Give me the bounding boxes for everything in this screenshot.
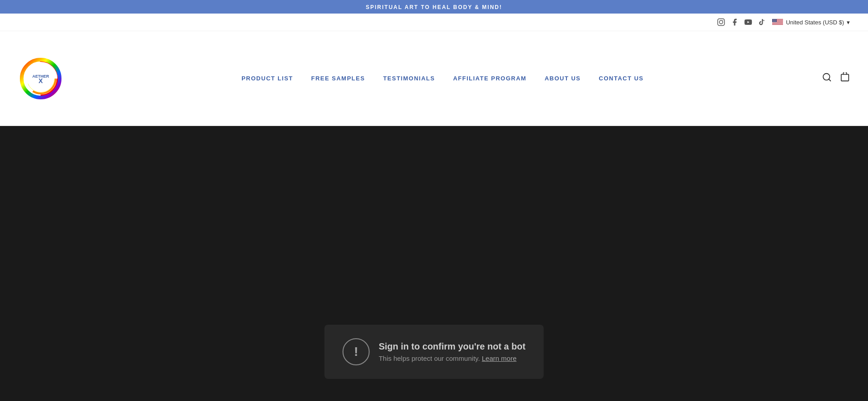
- nav-about-us[interactable]: ABOUT US: [545, 75, 581, 82]
- main-content: ! Sign in to confirm you're not a bot Th…: [0, 126, 868, 401]
- bot-verify-icon: !: [343, 338, 370, 365]
- svg-rect-11: [772, 25, 783, 25]
- nav-contact-us[interactable]: CONTACT US: [599, 75, 644, 82]
- header: AETHER X PRODUCT LIST FREE SAMPLES TESTI…: [0, 31, 868, 126]
- header-actions: [822, 72, 850, 84]
- youtube-icon[interactable]: [744, 18, 752, 26]
- search-icon[interactable]: [822, 72, 832, 84]
- nav: PRODUCT LIST FREE SAMPLES TESTIMONIALS A…: [63, 75, 822, 82]
- svg-rect-0: [718, 19, 725, 26]
- svg-point-23: [775, 21, 775, 22]
- svg-point-18: [774, 20, 774, 21]
- svg-point-15: [775, 19, 775, 20]
- banner-text: SPIRITUAL ART TO HEAL BODY & MIND!: [366, 4, 502, 10]
- svg-point-17: [773, 20, 774, 21]
- svg-text:X: X: [38, 77, 43, 84]
- svg-rect-38: [841, 75, 849, 81]
- social-icons: [717, 18, 766, 26]
- svg-point-24: [776, 21, 776, 22]
- logo-icon: AETHER X: [18, 56, 63, 101]
- nav-product-list[interactable]: PRODUCT LIST: [241, 75, 293, 82]
- svg-point-22: [774, 21, 774, 22]
- bot-verify-learn-more[interactable]: Learn more: [482, 354, 517, 362]
- svg-rect-9: [772, 23, 783, 23]
- svg-point-19: [775, 20, 775, 21]
- bot-verify-description: This helps protect our community. Learn …: [379, 354, 526, 362]
- svg-point-21: [773, 21, 774, 22]
- svg-point-14: [774, 19, 774, 20]
- svg-line-37: [829, 79, 830, 81]
- us-flag-icon: [772, 19, 783, 25]
- currency-selector[interactable]: United States (USD $) ▾: [772, 19, 850, 26]
- facebook-icon[interactable]: [731, 18, 739, 26]
- currency-label: United States (USD $): [786, 19, 844, 26]
- utility-bar: United States (USD $) ▾: [0, 14, 868, 31]
- cart-icon[interactable]: [840, 72, 850, 84]
- bot-verify-card: ! Sign in to confirm you're not a bot Th…: [325, 325, 544, 379]
- nav-free-samples[interactable]: FREE SAMPLES: [311, 75, 365, 82]
- svg-rect-10: [772, 24, 783, 24]
- svg-point-16: [776, 19, 776, 20]
- nav-affiliate-program[interactable]: AFFILIATE PROGRAM: [453, 75, 526, 82]
- svg-rect-8: [772, 22, 783, 23]
- currency-dropdown-icon: ▾: [847, 19, 850, 26]
- svg-point-13: [773, 19, 774, 20]
- instagram-icon[interactable]: [717, 18, 725, 26]
- svg-point-1: [720, 20, 723, 24]
- logo-container[interactable]: AETHER X: [18, 56, 63, 101]
- svg-point-2: [723, 20, 724, 21]
- bot-verify-title: Sign in to confirm you're not a bot: [379, 341, 526, 352]
- nav-testimonials[interactable]: TESTIMONIALS: [383, 75, 435, 82]
- bot-verify-text: Sign in to confirm you're not a bot This…: [379, 341, 526, 362]
- top-banner: SPIRITUAL ART TO HEAL BODY & MIND!: [0, 0, 868, 14]
- tiktok-icon[interactable]: [758, 18, 766, 26]
- svg-point-20: [776, 20, 776, 21]
